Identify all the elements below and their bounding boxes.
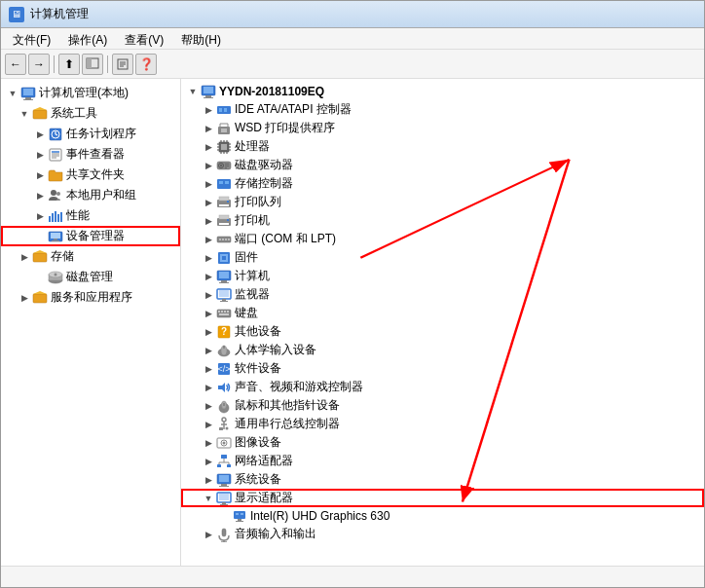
menu-action[interactable]: 操作(A) — [60, 30, 115, 47]
svg-rect-31 — [52, 240, 59, 241]
services-expand: ▶ — [17, 290, 32, 306]
tree-services[interactable]: ▶ 服务和应用程序 — [1, 287, 180, 308]
svg-rect-141 — [222, 529, 226, 536]
systools-expand: ▼ — [17, 106, 32, 122]
dev-firmware[interactable]: ▶ 固件 — [181, 248, 704, 267]
svg-rect-98 — [221, 311, 223, 312]
disk-icon — [48, 270, 63, 285]
dev-sound[interactable]: ▶ 声音、视频和游戏控制器 — [181, 378, 704, 396]
svg-text:?: ? — [221, 326, 227, 337]
storage-expand: ▶ — [17, 249, 32, 265]
svg-rect-50 — [221, 144, 227, 150]
svg-rect-8 — [25, 97, 31, 99]
svg-rect-73 — [219, 197, 229, 201]
menu-file[interactable]: 文件(F) — [5, 30, 58, 47]
dev-image-label: 图像设备 — [235, 434, 281, 451]
dev-system[interactable]: ▶ 系统设备 — [181, 470, 704, 489]
btn-back[interactable]: ← — [5, 54, 26, 75]
svg-rect-9 — [23, 99, 33, 100]
device-mgr-label: 设备管理器 — [66, 228, 125, 244]
svg-rect-134 — [222, 502, 226, 504]
dev-network[interactable]: ▶ 网络适配器 — [181, 452, 704, 470]
event-label: 事件查看器 — [66, 146, 125, 163]
dev-wsd[interactable]: ▶ WSD 打印提供程序 — [181, 119, 704, 137]
dev-gpu-intel[interactable]: Intel(R) UHD Graphics 630 — [181, 507, 704, 525]
dev-monitor-label: 监视器 — [235, 286, 270, 303]
tree-root[interactable]: ▼ 计算机管理(本地) — [1, 83, 180, 103]
dev-hid[interactable]: ▶ 人体学输入设备 — [181, 341, 704, 359]
dev-printer[interactable]: ▶ 打印机 — [181, 211, 704, 230]
dev-audio[interactable]: ▶ 音频输入和输出 — [181, 525, 704, 543]
tree-local-users[interactable]: ▶ 本地用户和组 — [1, 185, 180, 205]
left-panel: ▼ 计算机管理(本地) ▼ 系统工具 ▶ 任务计划程序 — [1, 79, 181, 566]
menu-bar: 文件(F) 操作(A) 查看(V) 帮助(H) — [1, 28, 704, 50]
svg-rect-101 — [219, 313, 229, 315]
svg-rect-139 — [238, 519, 241, 521]
svg-rect-131 — [219, 486, 229, 487]
tree-task-scheduler[interactable]: ▶ 任务计划程序 — [1, 124, 180, 144]
btn-show-hide[interactable] — [82, 54, 103, 75]
dev-mouse[interactable]: ▶ 鼠标和其他指针设备 — [181, 396, 704, 415]
main-content: ▼ 计算机管理(本地) ▼ 系统工具 ▶ 任务计划程序 — [1, 79, 704, 566]
tree-performance[interactable]: ▶ 性能 — [1, 205, 180, 226]
device-root[interactable]: ▼ YYDN-20181109EQ — [181, 83, 704, 100]
dev-monitor[interactable]: ▶ 监视器 — [181, 285, 704, 304]
svg-rect-10 — [33, 110, 47, 119]
menu-view[interactable]: 查看(V) — [117, 30, 171, 47]
dev-disk[interactable]: ▶ 磁盘驱动器 — [181, 156, 704, 174]
root-comp-icon — [201, 84, 216, 99]
dev-display-adapter[interactable]: ▼ 显示适配器 — [181, 489, 704, 507]
dev-keyboard[interactable]: ▶ 键盘 — [181, 304, 704, 322]
btn-properties[interactable] — [112, 54, 133, 75]
svg-rect-74 — [219, 204, 229, 206]
dev-computer[interactable]: ▶ 计算机 — [181, 267, 704, 285]
svg-rect-30 — [54, 239, 57, 240]
svg-rect-121 — [221, 455, 227, 459]
svg-rect-43 — [204, 97, 213, 98]
dev-print-queue[interactable]: ▶ 打印队列 — [181, 193, 704, 211]
dev-cpu[interactable]: ▶ 处理器 — [181, 137, 704, 156]
dev-audio-label: 音频输入和输出 — [235, 526, 316, 542]
svg-rect-48 — [221, 129, 227, 132]
svg-rect-97 — [218, 311, 220, 312]
tree-system-tools[interactable]: ▼ 系统工具 — [1, 103, 180, 124]
svg-rect-79 — [227, 219, 229, 221]
dev-software[interactable]: ▶ </> 软件设备 — [181, 359, 704, 378]
dev-storage-ctrl-label: 存储控制器 — [235, 175, 293, 192]
dev-image[interactable]: ▶ 图像设备 — [181, 433, 704, 452]
task-icon — [48, 127, 63, 142]
svg-rect-29 — [51, 233, 60, 239]
tree-storage[interactable]: ▶ 存储 — [1, 246, 180, 267]
dev-usb[interactable]: ▶ 通用串行总线控制器 — [181, 415, 704, 433]
systools-icon — [32, 106, 48, 122]
dev-system-label: 系统设备 — [235, 471, 281, 488]
svg-rect-87 — [222, 256, 226, 260]
svg-rect-138 — [241, 513, 243, 515]
svg-rect-77 — [219, 215, 229, 219]
dev-other[interactable]: ▶ ? 其他设备 — [181, 322, 704, 341]
root-expand-icon: ▼ — [5, 86, 20, 101]
menu-help[interactable]: 帮助(H) — [173, 30, 229, 47]
svg-point-37 — [55, 273, 57, 276]
tree-device-manager[interactable]: 设备管理器 — [1, 226, 180, 246]
btn-forward[interactable]: → — [28, 54, 50, 75]
dev-ide[interactable]: ▶ IDE ATA/ATAPI 控制器 — [181, 100, 704, 119]
tree-disk-mgmt[interactable]: 磁盘管理 — [1, 267, 180, 287]
svg-point-120 — [223, 441, 226, 444]
device-mgr-icon — [48, 229, 63, 244]
users-expand: ▶ — [32, 188, 48, 203]
btn-help[interactable]: ❓ — [135, 54, 157, 75]
toolbar: ← → ⬆ ❓ — [1, 50, 704, 79]
tree-shared-folders[interactable]: ▶ 共享文件夹 — [1, 165, 180, 185]
btn-up[interactable]: ⬆ — [58, 54, 80, 75]
dev-software-label: 软件设备 — [235, 360, 281, 377]
svg-rect-70 — [219, 181, 223, 184]
svg-point-82 — [222, 239, 224, 240]
svg-rect-26 — [57, 214, 59, 222]
dev-storage-ctrl[interactable]: ▶ 存储控制器 — [181, 174, 704, 193]
dev-port[interactable]: ▶ 端口 (COM 和 LPT) — [181, 230, 704, 248]
svg-rect-116 — [219, 427, 223, 430]
tree-event-viewer[interactable]: ▶ 事件查看器 — [1, 144, 180, 165]
svg-rect-75 — [227, 201, 229, 202]
device-expand — [32, 229, 48, 244]
